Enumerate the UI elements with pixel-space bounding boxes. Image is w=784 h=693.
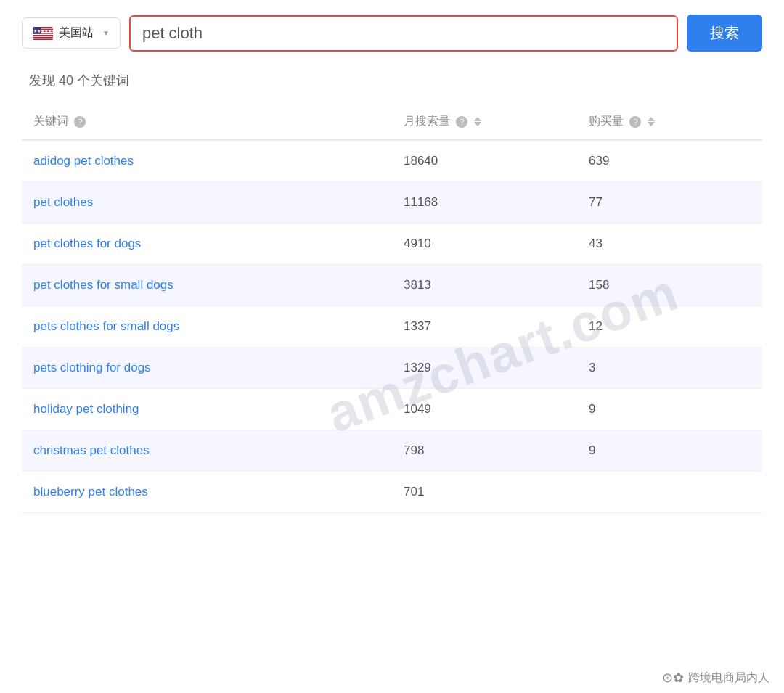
table-row: pet clothes for dogs491043: [22, 224, 762, 265]
cell-keyword: pets clothes for small dogs: [22, 306, 392, 348]
sort-up-icon: [648, 117, 655, 121]
keyword-link[interactable]: adidog pet clothes: [33, 154, 134, 168]
table-row: pet clothes1116877: [22, 182, 762, 224]
table-body: adidog pet clothes18640639pet clothes111…: [22, 140, 762, 513]
keyword-link[interactable]: pet clothes for dogs: [33, 237, 141, 250]
svg-text:★★★★★★: ★★★★★★: [33, 29, 53, 33]
cell-monthly: 11168: [392, 182, 577, 224]
svg-rect-11: [33, 38, 53, 38]
purchase-sort-icon[interactable]: [648, 117, 655, 126]
cell-monthly: 4910: [392, 224, 577, 265]
keywords-table: 关键词 ? 月搜索量 ? 购买量 ? adidog pet cl: [22, 104, 762, 513]
svg-rect-8: [33, 35, 53, 36]
monthly-info-icon[interactable]: ?: [456, 116, 467, 128]
table-row: blueberry pet clothes701: [22, 472, 762, 513]
table-row: pets clothing for dogs13293: [22, 348, 762, 389]
keyword-info-icon[interactable]: ?: [74, 116, 86, 128]
us-flag-icon: ★★★★★★: [33, 27, 53, 40]
keyword-link[interactable]: pets clothes for small dogs: [33, 319, 179, 333]
keyword-link[interactable]: holiday pet clothing: [33, 402, 139, 416]
svg-rect-12: [33, 38, 53, 39]
cell-purchase: 158: [577, 265, 762, 306]
keyword-link[interactable]: christmas pet clothes: [33, 443, 150, 457]
cell-keyword: pets clothing for dogs: [22, 348, 392, 389]
cell-monthly: 798: [392, 430, 577, 472]
cell-purchase: 9: [577, 389, 762, 430]
keyword-link[interactable]: pet clothes: [33, 195, 93, 209]
cell-keyword: holiday pet clothing: [22, 389, 392, 430]
wechat-icon: ⊙✿: [662, 670, 684, 686]
cell-purchase: 12: [577, 306, 762, 348]
svg-rect-9: [33, 36, 53, 36]
cell-purchase: 3: [577, 348, 762, 389]
cell-purchase: [577, 472, 762, 513]
search-button[interactable]: 搜索: [687, 15, 762, 52]
monthly-sort-icon[interactable]: [474, 117, 481, 126]
bottom-bar-text: 跨境电商局内人: [688, 671, 769, 686]
cell-purchase: 9: [577, 430, 762, 472]
purchase-info-icon[interactable]: ?: [629, 116, 641, 128]
keyword-link[interactable]: pets clothing for dogs: [33, 361, 151, 374]
col-header-keyword: 关键词 ?: [22, 104, 392, 140]
bottom-bar: ⊙✿ 跨境电商局内人: [648, 663, 784, 693]
cell-monthly: 3813: [392, 265, 577, 306]
cell-monthly: 1337: [392, 306, 577, 348]
cell-monthly: 1049: [392, 389, 577, 430]
cell-purchase: 639: [577, 140, 762, 182]
col-header-monthly: 月搜索量 ?: [392, 104, 577, 140]
chevron-down-icon: ▼: [102, 29, 110, 37]
col-header-purchase: 购买量 ?: [577, 104, 762, 140]
cell-purchase: 43: [577, 224, 762, 265]
result-count: 发现 40 个关键词: [22, 72, 762, 89]
cell-keyword: christmas pet clothes: [22, 430, 392, 472]
table-row: pet clothes for small dogs3813158: [22, 265, 762, 306]
cell-keyword: pet clothes for small dogs: [22, 265, 392, 306]
search-bar: ★★★★★★ 美国站 ▼ 搜索: [22, 15, 762, 52]
svg-rect-10: [33, 36, 53, 37]
cell-monthly: 18640: [392, 140, 577, 182]
sort-down-icon: [474, 122, 481, 126]
table-header-row: 关键词 ? 月搜索量 ? 购买量 ?: [22, 104, 762, 140]
search-input-wrapper[interactable]: [129, 15, 678, 52]
svg-rect-7: [33, 33, 53, 34]
cell-keyword: blueberry pet clothes: [22, 472, 392, 513]
table-row: christmas pet clothes7989: [22, 430, 762, 472]
cell-purchase: 77: [577, 182, 762, 224]
table-row: adidog pet clothes18640639: [22, 140, 762, 182]
cell-keyword: pet clothes for dogs: [22, 224, 392, 265]
cell-monthly: 701: [392, 472, 577, 513]
sort-up-icon: [474, 117, 481, 121]
cell-keyword: adidog pet clothes: [22, 140, 392, 182]
table-row: holiday pet clothing10499: [22, 389, 762, 430]
cell-keyword: pet clothes: [22, 182, 392, 224]
site-selector[interactable]: ★★★★★★ 美国站 ▼: [22, 17, 121, 49]
keyword-link[interactable]: pet clothes for small dogs: [33, 278, 173, 292]
keyword-link[interactable]: blueberry pet clothes: [33, 485, 148, 499]
site-label: 美国站: [59, 25, 94, 41]
cell-monthly: 1329: [392, 348, 577, 389]
table-row: pets clothes for small dogs133712: [22, 306, 762, 348]
sort-down-icon: [648, 122, 655, 126]
search-input[interactable]: [142, 24, 665, 43]
